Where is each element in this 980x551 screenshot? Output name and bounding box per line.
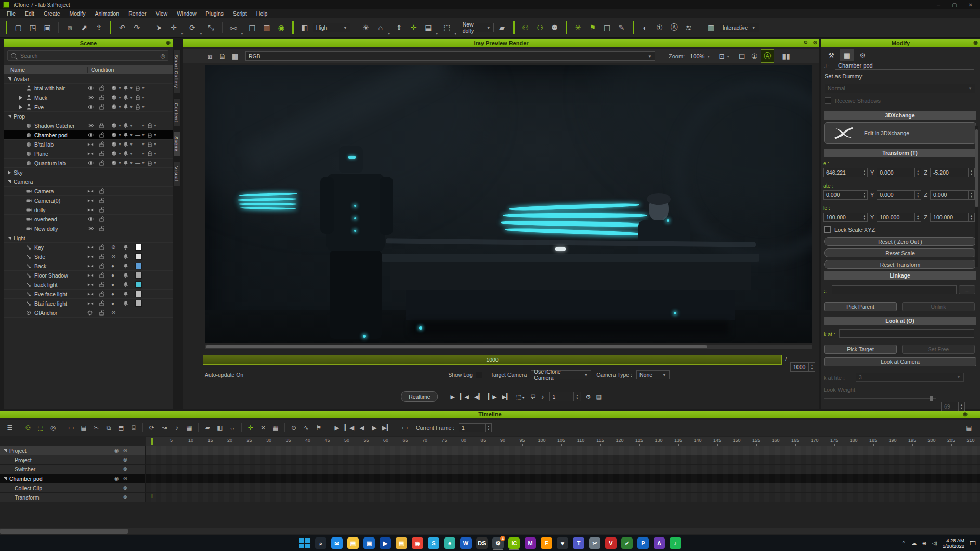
dropdown-caret-icon[interactable]: ▼ <box>141 133 145 137</box>
circle-dot-icon[interactable]: ◉ <box>114 476 119 481</box>
condition-slot[interactable] <box>87 292 99 296</box>
condition-slot[interactable] <box>87 123 99 128</box>
taskbar-iclone-icon[interactable]: iC <box>508 537 520 549</box>
condition-slot[interactable]: ● <box>111 282 123 287</box>
dropdown-caret-icon[interactable]: ▼ <box>118 152 122 155</box>
condition-slot[interactable] <box>123 244 135 250</box>
link-tool-icon[interactable]: ⧟ <box>227 21 240 34</box>
taskbar-edge-icon[interactable]: e <box>444 537 455 549</box>
search-input[interactable] <box>19 52 160 59</box>
dropdown-caret-icon[interactable]: ▼ <box>118 142 122 146</box>
track-label-cell[interactable]: Collect Clip⊗ <box>0 483 146 492</box>
track-area[interactable] <box>146 465 980 474</box>
dropdown-caret-icon[interactable]: ▼ <box>118 124 122 127</box>
minimize-button[interactable]: ─ <box>937 2 940 8</box>
scene-row-chamber-pod[interactable]: Chamber pod▼▼—▼▼ <box>4 130 173 140</box>
move-z-field[interactable]: -5.200▲▼ <box>930 168 975 177</box>
notification-icon[interactable]: 🗔 <box>970 540 976 547</box>
lock-icon[interactable] <box>99 132 104 138</box>
image-icon[interactable]: 🗎 <box>216 50 229 62</box>
taskbar-skype-icon[interactable]: S <box>428 537 439 549</box>
close-button[interactable]: ✕ <box>969 2 973 8</box>
tab-physics-icon[interactable]: ⚙ <box>856 49 869 61</box>
scene-row-sky[interactable]: Sky <box>4 168 173 177</box>
condition-slot[interactable]: ▼ <box>111 141 123 147</box>
paper-icon[interactable] <box>147 151 152 156</box>
section-3dxchange[interactable]: 3DXchange <box>824 111 976 120</box>
rotate-y-field[interactable]: 0.000▲▼ <box>877 190 921 200</box>
condition-slot[interactable] <box>135 253 147 260</box>
taskbar-settings-gear-icon[interactable]: ⚙4 <box>492 537 504 549</box>
condition-slot[interactable]: ▼ <box>123 95 135 100</box>
viewport-close-icon[interactable]: ⊗ <box>813 40 817 45</box>
dot-icon[interactable]: ● <box>111 282 114 287</box>
condition-slot[interactable]: —▼ <box>135 123 147 128</box>
dropdown-caret-icon[interactable]: ▼ <box>153 152 157 155</box>
play-icon[interactable]: ▶ <box>331 422 343 434</box>
tray-chevron-icon[interactable]: ⌃ <box>901 540 906 547</box>
viewport-header[interactable]: Iray Preview Render ↻ ⊗ <box>183 39 819 47</box>
glasses-icon[interactable] <box>87 283 94 287</box>
timeline-track-transform[interactable]: Transform⊗✛ <box>0 493 980 502</box>
scene-row-camera[interactable]: Camera <box>4 177 173 187</box>
condition-slot[interactable] <box>99 272 111 278</box>
scene-row-eve[interactable]: Eve▼▼▼ <box>4 102 173 112</box>
camera-select[interactable]: New dolly▼ <box>460 23 494 32</box>
scene-row-eve-face-light[interactable]: Eve face light● <box>4 290 173 299</box>
grid-snap-icon[interactable]: ▦ <box>270 422 281 434</box>
timeline-options-icon[interactable]: ▤ <box>963 422 975 434</box>
scene-row-plane[interactable]: Plane▼▼—▼▼ <box>4 149 173 159</box>
target-camera-select[interactable]: Use iClone Camera▼ <box>531 370 591 379</box>
paper-icon[interactable] <box>147 123 152 128</box>
first-frame-icon[interactable]: ▎◀ <box>344 422 355 434</box>
scene-row-floor-shadow[interactable]: Floor Shadow● <box>4 271 173 280</box>
light-icon[interactable]: ☀ <box>360 21 372 34</box>
scene-row-dolly[interactable]: dolly <box>4 205 173 215</box>
condition-slot[interactable] <box>87 161 99 165</box>
scene-row-camera[interactable]: Camera <box>4 187 173 196</box>
menu-render[interactable]: Render <box>124 10 151 17</box>
condition-slot[interactable] <box>123 282 135 287</box>
bell-icon[interactable] <box>123 254 128 259</box>
condition-slot[interactable] <box>87 273 99 278</box>
condition-slot[interactable] <box>135 300 147 307</box>
track-label-cell[interactable]: Transform⊗ <box>0 493 146 502</box>
condition-slot[interactable]: ▼ <box>147 123 159 128</box>
condition-slot[interactable]: ▼ <box>123 132 135 138</box>
bell-icon[interactable] <box>123 104 128 110</box>
scene-row-quantum-lab[interactable]: Quantum lab▼▼—▼▼ <box>4 159 173 168</box>
perspective-icon-caret[interactable]: ▼ <box>454 32 458 37</box>
dropdown-caret-icon[interactable]: ▼ <box>153 124 157 127</box>
scene-row-back-light[interactable]: back light● <box>4 280 173 290</box>
lock-icon[interactable] <box>99 282 104 287</box>
lock-icon[interactable] <box>99 160 104 166</box>
move-x-field[interactable]: 646.221▲▼ <box>823 168 868 177</box>
glasses-icon[interactable] <box>87 199 94 203</box>
condition-slot[interactable] <box>99 310 111 316</box>
reset-transform-button[interactable]: Reset Transform <box>824 260 976 269</box>
condition-slot[interactable]: ▼ <box>111 95 123 100</box>
undo-icon[interactable]: ↶ <box>116 21 128 34</box>
lock-icon[interactable] <box>99 226 104 231</box>
rotate-tool-icon[interactable]: ⟳ <box>186 21 199 34</box>
scene-row-btai-with-hair[interactable]: btai with hair▼▼▼ <box>4 84 173 93</box>
cube-icon[interactable] <box>111 151 117 156</box>
maximize-button[interactable]: ▢ <box>952 2 957 8</box>
flag-marker-icon[interactable]: ⚑ <box>313 422 324 434</box>
crowd-icon[interactable]: ⚉ <box>548 21 561 34</box>
paper-icon[interactable] <box>147 132 152 138</box>
scene-row-key[interactable]: Key⊘ <box>4 243 173 252</box>
auto-refresh-icon[interactable]: Ⓐ <box>761 49 774 63</box>
lock-icon[interactable] <box>99 85 104 91</box>
taskbar-teams-icon[interactable]: T <box>573 537 584 549</box>
dot-icon[interactable]: ● <box>111 273 114 278</box>
condition-slot[interactable] <box>87 104 99 109</box>
expander-open-icon[interactable] <box>3 449 7 453</box>
condition-slot[interactable] <box>87 133 99 137</box>
color-swatch[interactable] <box>135 291 142 297</box>
circle-x-icon[interactable]: ⊗ <box>123 448 127 453</box>
taskbar-snip-tool-icon[interactable]: ✂ <box>589 537 600 549</box>
auto-blink-icon[interactable]: Ⓐ <box>668 21 681 34</box>
paper-icon[interactable] <box>135 95 140 100</box>
taskbar-chrome-icon[interactable]: ◉ <box>412 537 423 549</box>
